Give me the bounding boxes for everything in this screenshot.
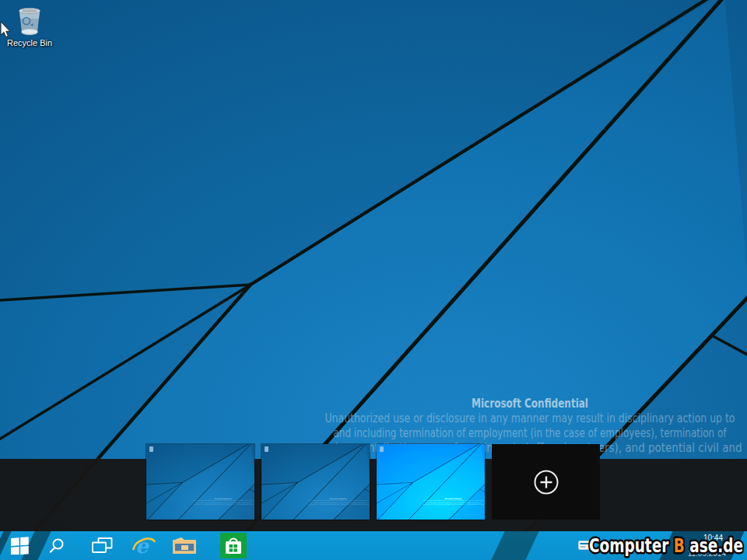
mini-recycle-bin-icon [265, 446, 268, 452]
logo-part-ase-de: ase.de [689, 535, 743, 557]
mouse-cursor [0, 22, 12, 39]
svg-text:Computer B ase: Computer B ase.de [589, 535, 743, 557]
mini-recycle-bin-icon [149, 446, 153, 452]
add-desktop-button[interactable] [492, 444, 600, 520]
recycle-bin-glyph [15, 5, 44, 37]
desktop-thumbnail-2[interactable] [261, 444, 370, 520]
search-icon [48, 537, 65, 555]
task-view-bar [0, 459, 747, 531]
start-button[interactable] [6, 531, 33, 560]
desktop-3-preview [377, 444, 485, 520]
desktop-thumbnail-1[interactable] [146, 444, 254, 520]
store-button[interactable] [219, 531, 248, 560]
taskbar-band [491, 531, 538, 560]
file-explorer-icon [172, 535, 197, 556]
file-explorer-button[interactable] [172, 531, 197, 560]
internet-explorer-button[interactable]: e [132, 531, 156, 560]
logo-part-computer: Computer [589, 535, 668, 557]
desktop-thumbnail-3-active[interactable] [377, 444, 485, 520]
task-view-button[interactable] [89, 531, 114, 560]
task-view-icon [92, 537, 113, 554]
search-button[interactable] [45, 531, 68, 560]
windows-store-icon [220, 533, 247, 558]
desktop-2-preview [261, 444, 370, 520]
taskbar: e [0, 531, 747, 560]
computerbase-logo: Computer B ase.de [584, 533, 747, 559]
recycle-bin-label: Recycle Bin [2, 38, 58, 47]
plus-circle-icon [533, 469, 559, 495]
windows-start-icon [11, 537, 29, 555]
mini-recycle-bin-icon [380, 446, 384, 452]
logo-part-b: B [674, 535, 685, 557]
internet-explorer-icon: e [132, 534, 156, 557]
desktop: Microsoft Confidential Unauthorized use … [0, 0, 747, 560]
desktop-1-preview [146, 444, 254, 520]
